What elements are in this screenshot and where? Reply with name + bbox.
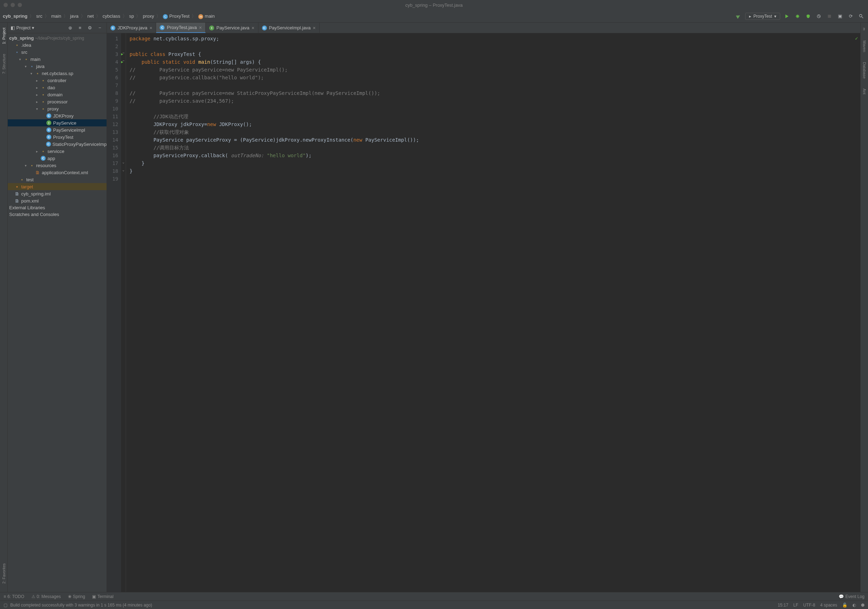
tree-item-folder[interactable]: ▾ ▪ resources [8,162,107,169]
line-number-gutter[interactable]: 123▶4▶5678910111213141516171819 [107,33,121,592]
run-configuration-selector[interactable]: ▸ ProxyTest ▾ [745,13,780,20]
project-tree[interactable]: cyb_spring ~/IdeaProjects/cyb_spring ▪ .… [8,33,107,592]
close-tab-button[interactable]: × [199,25,202,31]
ant-tool-window-button[interactable]: Ant [862,87,866,96]
ide-status-icon[interactable]: ⬢ [861,603,865,607]
tree-label: .idea [21,42,31,48]
tree-item-package[interactable]: ▸ ▪ dao [8,84,107,91]
tree-item-package[interactable]: ▾ ▪ net.cybclass.sp [8,70,107,77]
close-tab-button[interactable]: × [313,25,315,31]
file-encoding[interactable]: UTF-8 [803,603,815,607]
settings-button[interactable]: ⚙ [86,24,94,32]
structure-tool-window-button[interactable]: 7: Structure [2,53,6,76]
folder-icon: ▪ [14,184,20,189]
favorites-tool-window-button[interactable]: 2: Favorites [2,562,6,585]
tree-item-root[interactable]: cyb_spring ~/IdeaProjects/cyb_spring [8,35,107,42]
line-separator[interactable]: LF [793,603,798,607]
readonly-toggle[interactable]: 🔓 [842,603,848,607]
collapse-arrow-icon: ▸ [36,86,40,90]
code-editor[interactable]: 123▶4▶5678910111213141516171819 −−⌄⌄ pac… [107,33,860,592]
project-tool-window-button[interactable]: 1: Project [2,26,6,45]
breadcrumb-item[interactable]: sp [129,14,134,19]
collapse-arrow-icon: ▸ [36,93,40,97]
editor-tab[interactable]: C PayServiceImpl.java × [259,23,320,33]
search-everywhere-button[interactable] [857,12,865,20]
editor-tab[interactable]: C ProxyTest.java × [156,23,206,33]
tree-item-package[interactable]: ▸ ▪ servicce [8,148,107,155]
tree-label: StaticProxyPayServiceImpl [53,142,107,147]
editor-tab[interactable]: I PayService.java × [206,23,258,33]
tree-item-folder[interactable]: ▾ ▪ java [8,63,107,70]
tool-windows-button[interactable]: ▢ [3,603,8,607]
tree-item-class[interactable]: C ProxyTest [8,133,107,141]
status-message: Build completed successfully with 3 warn… [10,603,152,607]
tree-label: net.cybclass.sp [42,71,73,76]
tree-item-package[interactable]: ▸ ▪ domain [8,91,107,98]
breadcrumb-item[interactable]: main [51,14,61,19]
close-tab-button[interactable]: × [149,25,152,31]
tree-item-package[interactable]: ▾ ▪ proxy [8,105,107,112]
select-opened-file-button[interactable]: ⊕ [66,24,74,32]
git-button[interactable]: ▣ [836,12,844,20]
breadcrumb-item[interactable]: mmain [198,14,214,19]
debug-button[interactable] [794,12,801,20]
terminal-tool-window-button[interactable]: ▣ Terminal [92,594,113,599]
svg-rect-2 [828,14,831,18]
tree-item-package[interactable]: ▸ ▪ processor [8,98,107,105]
inspection-ok-icon[interactable]: ✓ [855,36,858,41]
tree-item-file[interactable]: 🗎 applicationContext.xml [8,169,107,176]
coverage-button[interactable] [804,12,812,20]
breadcrumb-item[interactable]: net [87,14,94,19]
run-gutter-icon[interactable]: ▶ [121,50,123,58]
tree-item-scratches[interactable]: Scratches and Consoles [8,211,107,218]
indent-settings[interactable]: 4 spaces [820,603,837,607]
stop-button[interactable] [826,12,833,20]
hide-button[interactable]: − [96,24,104,32]
memory-indicator[interactable]: ◐ [852,603,856,607]
tree-item-folder[interactable]: ▪ src [8,48,107,56]
tree-item-folder[interactable]: ▪ target [8,183,107,190]
tree-item-folder[interactable]: ▾ ▪ main [8,56,107,63]
tree-item-class[interactable]: C JDKProxy [8,112,107,119]
tree-item-libraries[interactable]: External Libraries [8,204,107,211]
tree-item-interface[interactable]: I PayService [8,119,107,126]
tree-label: External Libraries [9,205,45,210]
maximize-window-button[interactable] [18,3,22,7]
todo-tool-window-button[interactable]: ≡ 6: TODO [3,594,25,599]
maven-file-icon: 🗎 [14,198,20,204]
close-window-button[interactable] [3,3,8,7]
profiler-button[interactable] [815,12,823,20]
event-log-button[interactable]: 💬 Event Log [839,594,865,599]
cursor-position[interactable]: 15:17 [778,603,788,607]
close-tab-button[interactable]: × [251,25,254,31]
tree-item-file[interactable]: 🗎 pom.xml [8,197,107,204]
run-button[interactable] [783,12,791,20]
breadcrumb-item[interactable]: cyb_spring [3,14,27,19]
breadcrumb-item[interactable]: java [70,14,79,19]
build-button[interactable] [735,12,742,20]
update-button[interactable]: ⟳ [847,12,854,20]
maven-tool-button[interactable]: m [862,26,866,32]
maven-tool-window-button[interactable]: Maven [862,39,866,53]
messages-tool-window-button[interactable]: ⚠ 0: Messages [31,594,61,599]
tree-item-class[interactable]: C PayServiceImpl [8,126,107,133]
tree-item-folder[interactable]: ▪ test [8,176,107,183]
fold-gutter[interactable]: −−⌄⌄ [121,33,126,592]
run-gutter-icon[interactable]: ▶ [121,58,123,66]
tree-item-file[interactable]: 🗎 cyb_spring.iml [8,190,107,197]
breadcrumb-item[interactable]: src [36,14,42,19]
tree-item-class[interactable]: C StaticProxyPayServiceImpl [8,141,107,148]
breadcrumb-item[interactable]: CProxyTest [163,14,189,19]
database-tool-window-button[interactable]: Database [862,60,866,80]
spring-tool-window-button[interactable]: ❀ Spring [68,594,85,599]
editor-tab[interactable]: C JDKProxy.java × [107,23,156,33]
tree-item-package[interactable]: ▸ ▪ controller [8,77,107,84]
project-view-selector[interactable]: ◧ Project ▾ [11,25,34,31]
breadcrumb-item[interactable]: proxy [143,14,154,19]
code-content[interactable]: package net.cybclass.sp.proxy;public cla… [126,33,860,592]
expand-all-button[interactable]: ≡ [76,24,84,32]
tree-item-folder[interactable]: ▪ .idea [8,42,107,48]
minimize-window-button[interactable] [11,3,15,7]
tree-item-class[interactable]: C app [8,155,107,162]
breadcrumb-item[interactable]: cybclass [103,14,120,19]
